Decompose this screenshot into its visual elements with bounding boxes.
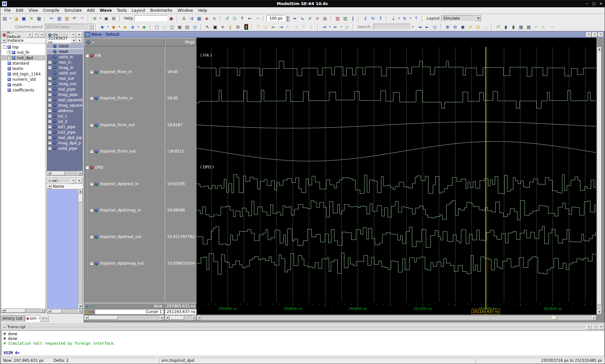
cut-icon[interactable]: ✂ [48,15,55,22]
sim-dock-button[interactable]: + [27,33,33,37]
sim-close-button[interactable]: × [39,33,45,37]
signal-expand-icon[interactable]: + [90,97,93,100]
filter-icon[interactable]: ▼ [2,38,6,43]
search-next-icon[interactable]: ► [424,23,431,30]
transcript-grip[interactable] [27,326,584,328]
sidebar-item-standard[interactable]: standard [1,60,45,66]
scroll-thumb[interactable] [170,316,184,320]
zoom-box-icon[interactable]: ▣ [212,23,219,30]
expanded-time-event-icon[interactable]: ▮ [510,23,517,30]
blend-icon[interactable]: ▨ [191,23,198,30]
wave-signal-row[interactable]: +▶/top/inst_fir/im_out [84,148,136,154]
next-falling-icon[interactable]: ⇢ [293,23,300,30]
signal-expand-icon[interactable]: + [90,150,93,153]
pattern-b-icon[interactable]: ⌐ [533,23,540,30]
signal-expand-icon[interactable]: + [48,82,52,85]
chevron-down-icon[interactable]: ▼ [88,24,94,29]
objects-item-real_in[interactable]: +▶real_in [47,60,83,65]
expanded-time-off-icon[interactable]: ⊓ [495,23,502,30]
active-hscrollbar[interactable]: ◄ ► [47,309,83,313]
insert-cursor-icon[interactable]: ⊤ [255,23,262,30]
transcript-console[interactable]: # done# done# Simulation halt requested … [2,330,604,355]
chevron-down-icon[interactable]: ▼ [476,16,481,21]
pause-icon[interactable]: ∥ [349,15,356,22]
reload-icon[interactable]: ≋ [28,15,35,22]
active-more-button[interactable]: ▸ [77,179,82,183]
goto-down-icon[interactable]: ⇣ [390,15,397,22]
prev-rising-icon[interactable]: ⇡ [300,23,307,30]
wave-refresh-icon[interactable]: ↻ [370,15,377,22]
run-icon[interactable]: ⇒ [291,15,298,22]
search-input[interactable] [373,24,411,30]
scroll-right-icon[interactable]: ► [78,309,82,313]
wrench-icon[interactable]: ✎ [88,310,91,314]
tab-memory-list[interactable]: emory List ✕ [1,315,25,322]
prev-transition-icon[interactable]: ⇤ [270,23,277,30]
select-region-icon[interactable]: ◌ [161,23,168,30]
align-right-caret-icon[interactable]: ▾ [340,23,343,30]
expand-hierarchy-icon[interactable]: ⊞ [110,15,117,22]
objects-dock-button[interactable]: + [71,33,76,37]
compile-all-icon[interactable]: ⇉ [188,15,195,22]
profile-icon[interactable]: ▥ [334,15,341,22]
signal-expand-icon[interactable]: + [48,93,52,96]
wave-undock-button[interactable]: ↗ [592,32,597,37]
wave-signal-row[interactable]: +▶/top/inst_fir/re_in [84,69,132,75]
signal-expand-icon[interactable]: + [48,87,52,91]
sim-hscrollbar[interactable]: ◄ ► [1,308,45,313]
objects-item-imag_pipe[interactable]: +imag_pipe [47,92,83,97]
spin-up-icon[interactable]: ▲ [286,15,289,18]
stop-icon[interactable]: ◍ [321,15,328,22]
objects-item-real_squared[interactable]: +real_squared [47,97,83,103]
properties-icon[interactable]: ▣ [176,23,183,30]
signal-expand-icon[interactable]: + [48,98,52,102]
transcript-dock-button[interactable]: + [586,325,592,329]
active-dock-button[interactable]: + [71,179,76,183]
menu-item-bookmarks[interactable]: Bookmarks [148,7,175,13]
signal-expand-icon[interactable]: + [48,147,52,150]
scroll-right-icon[interactable]: ► [78,171,82,175]
align-left-caret-icon[interactable]: ▾ [328,23,331,30]
zoom-mode-icon[interactable]: ◌ [482,23,489,30]
scroll-thumb[interactable] [52,310,61,313]
edit-grid-icon[interactable]: ⊞ [235,23,241,30]
prev-falling-icon[interactable]: ⇠ [285,23,292,30]
wave-signal-row[interactable]: +▶/top/inst_dpd/imag_out [84,260,144,266]
add-selected-to-wave-icon[interactable]: ◆ [99,23,106,30]
goto-down-caret-icon[interactable]: ▾ [397,15,401,22]
objects-panel-grip[interactable] [59,34,69,36]
restart-icon[interactable]: ↺ [223,15,230,22]
objects-prev-icon[interactable]: ◂ [71,38,76,43]
tree-expand-icon[interactable]: + [8,51,11,54]
add-to-log-icon[interactable]: ◆ [122,23,129,30]
snap-icon[interactable]: ◇ [344,23,351,30]
objects-item-real_out[interactable]: +▶real_out [47,76,83,81]
find-icon[interactable]: ◉ [103,15,110,22]
sim-panel-titlebar[interactable]: m - Default + ↗ × [1,32,45,38]
select-arrow-icon[interactable]: ↖ [204,23,211,30]
active-panel-content[interactable]: ▲ ▼ [47,189,83,309]
wave-msgs-header[interactable]: Msgs [165,38,196,46]
tabs-scroll-left-icon[interactable]: ◂ [41,316,44,322]
objects-next-icon[interactable]: ▸ [77,38,82,43]
search-all-icon[interactable]: ▨ [431,23,438,30]
wave-hscrollbar[interactable]: ◄ ► [197,315,596,320]
wave-group-FIR[interactable]: -FIR [84,53,101,59]
signal-expand-icon[interactable]: + [48,120,52,123]
cursor-value[interactable]: 251193.637 ns [165,309,196,315]
scroll-down-icon[interactable]: ▼ [78,304,82,309]
zoom-in-icon[interactable]: ⊕ [444,23,451,30]
paste-icon[interactable]: ▧ [63,15,70,22]
delete-cursor-icon[interactable]: ⊥ [262,23,269,30]
wave-signal-row[interactable]: +▶/top/inst_fir/re_out [84,122,135,128]
signal-expand-icon[interactable]: + [48,77,52,80]
grid-display-icon[interactable]: ▦ [518,23,525,30]
sim-undock-button[interactable]: ↗ [33,33,39,37]
menu-item-compile[interactable]: Compile [41,7,62,13]
scroll-right-icon[interactable]: ► [41,309,45,312]
group-collapse-icon[interactable]: - [86,54,89,58]
signal-expand-icon[interactable]: + [90,235,93,239]
active-panel-titlebar[interactable]: ⊛ ve) + ▸ [47,178,83,184]
layout-select[interactable]: Simulate▼ [441,15,481,22]
new-document-icon[interactable]: ▤ [1,15,8,22]
